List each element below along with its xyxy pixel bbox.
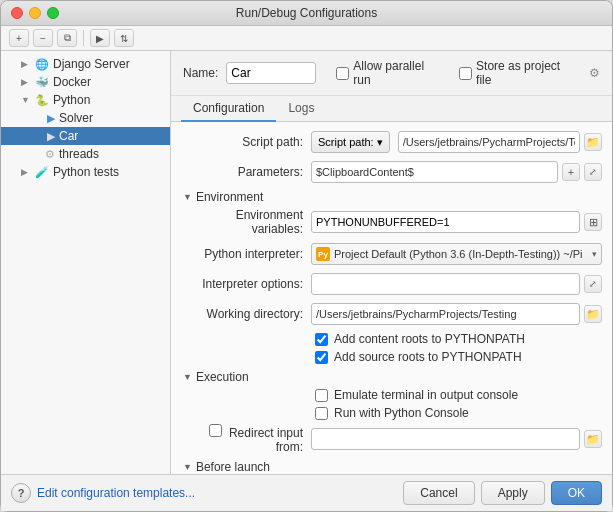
execution-section-header: ▼ Execution: [181, 370, 602, 384]
main-window: Run/Debug Configurations + − ⧉ ▶ ⇅ ▶ 🌐 D…: [0, 0, 613, 512]
sidebar-item-python[interactable]: ▼ 🐍 Python: [1, 91, 170, 109]
env-variables-label-text: Environment variables:: [236, 208, 303, 236]
interpreter-label-text: Python interpreter:: [204, 247, 303, 261]
working-dir-input[interactable]: [311, 303, 580, 325]
before-launch-label: Before launch: [196, 460, 270, 474]
redirect-input-checkbox[interactable]: [209, 424, 222, 437]
redirect-input-row: Redirect input from: 📁: [181, 424, 602, 454]
parameters-label: Parameters:: [181, 165, 311, 179]
add-source-roots-checkbox[interactable]: [315, 351, 328, 364]
sidebar-item-docker[interactable]: ▶ 🐳 Docker: [1, 73, 170, 91]
store-project-row: Store as project file: [459, 59, 577, 87]
tree-arrow-python-tests: ▶: [21, 167, 31, 177]
add-content-roots-checkbox[interactable]: [315, 333, 328, 346]
threads-icon: ⚙: [45, 148, 55, 161]
interpreter-select-dropdown[interactable]: Py Project Default (Python 3.6 (In-Depth…: [311, 243, 602, 265]
env-section-label: Environment: [196, 190, 263, 204]
before-launch-section: ▼ Before launch + − ✎ ▲ ▼: [181, 460, 602, 474]
edit-templates-link[interactable]: Edit configuration templates...: [37, 486, 397, 500]
interpreter-options-row: Interpreter options: ⤢: [181, 272, 602, 296]
env-variables-edit-button[interactable]: ⊞: [584, 213, 602, 231]
parameters-input[interactable]: [311, 161, 558, 183]
run-python-console-row: Run with Python Console: [181, 406, 602, 420]
parameters-label-text: Parameters:: [238, 165, 303, 179]
store-project-checkbox[interactable]: [459, 67, 472, 80]
toolbar-separator: [83, 30, 84, 46]
execution-section-arrow: ▼: [183, 372, 192, 382]
env-variables-label: Environment variables:: [181, 208, 311, 236]
emulate-terminal-checkbox[interactable]: [315, 389, 328, 402]
tree-arrow-django: ▶: [21, 59, 31, 69]
copy-config-button[interactable]: ⧉: [57, 29, 77, 47]
tree-arrow-python: ▼: [21, 95, 31, 105]
gear-icon[interactable]: ⚙: [589, 66, 600, 80]
minimize-button[interactable]: [29, 7, 41, 19]
script-path-type-dropdown[interactable]: Script path: ▾: [311, 131, 390, 153]
sidebar-item-solver[interactable]: ▶ Solver: [1, 109, 170, 127]
window-title: Run/Debug Configurations: [236, 6, 377, 20]
add-content-roots-row: Add content roots to PYTHONPATH: [181, 332, 602, 346]
right-panel: Name: Allow parallel run Store as projec…: [171, 51, 612, 474]
interpreter-row: Python interpreter: Py Project Default (…: [181, 242, 602, 266]
ok-button[interactable]: OK: [551, 481, 602, 505]
env-variables-row: Environment variables: ⊞: [181, 208, 602, 236]
interpreter-options-expand[interactable]: ⤢: [584, 275, 602, 293]
name-row: Name: Allow parallel run Store as projec…: [171, 51, 612, 96]
sidebar-item-python-tests[interactable]: ▶ 🧪 Python tests: [1, 163, 170, 181]
maximize-button[interactable]: [47, 7, 59, 19]
interpreter-field: Py Project Default (Python 3.6 (In-Depth…: [311, 243, 602, 265]
sidebar-label-solver: Solver: [59, 111, 93, 125]
config-panel: Script path: Script path: ▾ 📁 Parameters…: [171, 122, 612, 474]
name-input[interactable]: [226, 62, 316, 84]
parameters-expand-button[interactable]: ⤢: [584, 163, 602, 181]
interpreter-label: Python interpreter:: [181, 247, 311, 261]
tab-configuration[interactable]: Configuration: [181, 96, 276, 122]
sidebar-label-car: Car: [59, 129, 78, 143]
sidebar-label-django: Django Server: [53, 57, 130, 71]
run-button[interactable]: ▶: [90, 29, 110, 47]
parameters-add-button[interactable]: +: [562, 163, 580, 181]
allow-parallel-checkbox[interactable]: [336, 67, 349, 80]
sidebar-item-threads[interactable]: ⚙ threads: [1, 145, 170, 163]
close-button[interactable]: [11, 7, 23, 19]
working-dir-browse[interactable]: 📁: [584, 305, 602, 323]
env-variables-input[interactable]: [311, 211, 580, 233]
tab-logs[interactable]: Logs: [276, 96, 326, 122]
working-dir-label-text: Working directory:: [207, 307, 303, 321]
interpreter-options-input[interactable]: [311, 273, 580, 295]
working-dir-label: Working directory:: [181, 307, 311, 321]
parameters-row: Parameters: + ⤢: [181, 160, 602, 184]
emulate-terminal-label: Emulate terminal in output console: [334, 388, 518, 402]
parameters-field: + ⤢: [311, 161, 602, 183]
bottom-bar: ? Edit configuration templates... Cancel…: [1, 474, 612, 511]
redirect-input-label: Redirect input from:: [181, 424, 311, 454]
script-path-input[interactable]: [398, 131, 580, 153]
script-path-label-text: Script path:: [242, 135, 303, 149]
sidebar-label-docker: Docker: [53, 75, 91, 89]
add-config-button[interactable]: +: [9, 29, 29, 47]
help-button[interactable]: ?: [11, 483, 31, 503]
environment-section-header: ▼ Environment: [181, 190, 602, 204]
cancel-button[interactable]: Cancel: [403, 481, 474, 505]
sidebar-item-car[interactable]: ▶ Car: [1, 127, 170, 145]
run-python-console-checkbox[interactable]: [315, 407, 328, 420]
add-source-roots-label: Add source roots to PYTHONPATH: [334, 350, 522, 364]
interpreter-dropdown-arrow: ▾: [592, 249, 597, 259]
apply-button[interactable]: Apply: [481, 481, 545, 505]
redirect-input-browse[interactable]: 📁: [584, 430, 602, 448]
interpreter-options-label: Interpreter options:: [181, 277, 311, 291]
main-content: ▶ 🌐 Django Server ▶ 🐳 Docker ▼ 🐍 Python …: [1, 51, 612, 474]
sort-button[interactable]: ⇅: [114, 29, 134, 47]
interpreter-value: Project Default (Python 3.6 (In-Depth-Te…: [334, 248, 588, 260]
sidebar-item-django[interactable]: ▶ 🌐 Django Server: [1, 55, 170, 73]
interpreter-options-label-text: Interpreter options:: [202, 277, 303, 291]
add-source-roots-row: Add source roots to PYTHONPATH: [181, 350, 602, 364]
python-tests-icon: 🧪: [35, 166, 49, 179]
redirect-input-input[interactable]: [311, 428, 580, 450]
sidebar-label-python: Python: [53, 93, 90, 107]
script-path-browse-button[interactable]: 📁: [584, 133, 602, 151]
remove-config-button[interactable]: −: [33, 29, 53, 47]
allow-parallel-row: Allow parallel run: [336, 59, 443, 87]
django-icon: 🌐: [35, 58, 49, 71]
add-content-roots-label: Add content roots to PYTHONPATH: [334, 332, 525, 346]
